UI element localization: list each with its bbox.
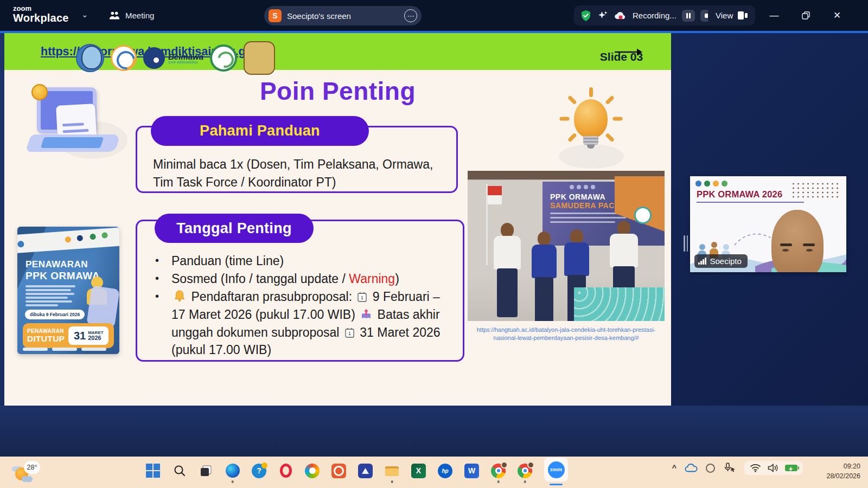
warning-text: Warning: [349, 272, 395, 286]
logo-text-zoom: zoom: [13, 5, 69, 12]
cloud-icon: [22, 476, 33, 482]
simbelmawa-logo: [111, 45, 137, 71]
search-button[interactable]: [172, 464, 187, 478]
cloud-recording-icon: [614, 11, 627, 21]
close-button[interactable]: ✕: [821, 0, 853, 31]
zoom-glyph: zoom: [550, 467, 562, 472]
poster-footer-links: [23, 348, 106, 351]
workspace-chevron-down-icon[interactable]: ⌄: [81, 10, 88, 20]
lightbulb-illustration: [553, 87, 629, 171]
view-label: View: [716, 11, 733, 20]
taskbar-app-icons: ? X hp W zoom: [145, 460, 568, 481]
screen-tab-more-icon[interactable]: ⋯: [404, 9, 417, 22]
copilot-icon[interactable]: [305, 464, 320, 478]
video-panel-drag-handle[interactable]: [684, 235, 689, 252]
bullet-sosmed: Sosmed (Info / tanggal update / Warning): [171, 270, 457, 288]
bullet-panduan: Panduan (time Line): [171, 252, 457, 270]
list-item: • Panduan (time Line): [155, 252, 457, 270]
speaker-video-tile[interactable]: PPK ORMAWA 2026 Soecipto: [690, 176, 846, 272]
edge-icon[interactable]: [225, 464, 240, 478]
person-blue-suit-left: [532, 232, 557, 321]
word-icon[interactable]: W: [464, 464, 479, 478]
participant-name: Soecipto: [710, 256, 742, 266]
tab-shared-screen-label: Soecipto's screen: [287, 11, 399, 21]
speaker-face: [771, 210, 824, 272]
hp-app-icon[interactable]: hp: [438, 464, 452, 478]
tanggal-penting-list: • Panduan (time Line) • Sosmed (Info / t…: [155, 252, 457, 359]
tab-meeting-label: Meeting: [125, 11, 154, 20]
restore-button[interactable]: [790, 0, 821, 31]
calendar-icon: 1: [345, 328, 354, 338]
bullet-pendaftaran: Pendaftaran prasubproposal: 1 9 Februari…: [171, 288, 457, 359]
upload-book-icon: [361, 309, 372, 320]
wifi-icon: [750, 464, 761, 472]
volume-icon: [768, 464, 778, 472]
system-tray: ^: [672, 461, 803, 475]
belmawa-wordmark: Belmawa: [168, 53, 203, 61]
pendaftaran-text-1: Pendaftaran prasubproposal:: [191, 290, 352, 304]
weather-widget[interactable]: 28°: [11, 460, 49, 485]
zoom-toolbar: Audio Video 55: [0, 406, 868, 457]
poster-close-date: 31 MARET 2026: [68, 326, 108, 345]
taskbar-clock[interactable]: 09:20 28/02/2026: [826, 461, 860, 481]
blue-app-icon[interactable]: [358, 464, 373, 478]
list-item: • Sosmed (Info / tanggal update / Warnin…: [155, 270, 457, 288]
tab-meeting[interactable]: Meeting: [108, 0, 154, 31]
ppk-ormawa-poster: PENAWARAN PPK ORMAWA dibuka 9 Februari 2…: [17, 227, 119, 354]
poster-close-year: 2026: [88, 335, 103, 341]
pause-recording-button[interactable]: [682, 10, 695, 22]
search-icon: [173, 464, 186, 477]
event-photo: PPK ORMAWA SAMUDERA PACITAN: [468, 171, 665, 321]
security-shield-icon[interactable]: [580, 10, 591, 22]
photo-caption-link: https://hangtuah.ac.id/batalyon-jala-cen…: [468, 326, 665, 342]
chrome-profile-2-icon[interactable]: [518, 464, 532, 478]
clock-date: 28/02/2026: [826, 471, 860, 481]
table-cloth: [574, 287, 665, 321]
help-app-icon[interactable]: ?: [252, 464, 266, 478]
minimize-button[interactable]: —: [758, 0, 790, 31]
dots-pattern: [791, 182, 841, 199]
meeting-people-icon: [108, 11, 120, 21]
file-explorer-icon[interactable]: [385, 464, 399, 478]
shared-slide: Belmawa SIAP BERSINERGI Slide 03 Poin Pe…: [4, 33, 671, 406]
start-button[interactable]: [145, 464, 160, 478]
zoom-workplace-logo: zoom Workplace: [13, 5, 69, 24]
tray-chevron-up-icon[interactable]: ^: [672, 464, 676, 472]
tanggal-penting-heading: Tanggal Penting: [155, 214, 314, 243]
zoom-title-bar: zoom Workplace ⌄ Meeting S Soecipto's sc…: [0, 0, 868, 31]
person-white-shirt-left: [494, 223, 521, 320]
opera-icon[interactable]: [278, 464, 293, 478]
next-arrow-icon: [614, 47, 643, 57]
ai-sparkle-icon[interactable]: [597, 10, 609, 22]
poster-title-1: PENAWARAN: [25, 259, 88, 270]
orange-app-icon[interactable]: [331, 464, 346, 478]
svg-text:1: 1: [361, 295, 363, 300]
tab-shared-screen[interactable]: S Soecipto's screen ⋯: [264, 6, 422, 25]
list-item: • Pendaftaran prasubproposal: 1 9 Februa…: [155, 288, 457, 359]
tray-ring-icon[interactable]: [706, 464, 715, 473]
onedrive-icon[interactable]: [685, 464, 698, 473]
zoom-app-icon[interactable]: zoom: [544, 458, 568, 481]
bullet-sosmed-text: Sosmed (Info / tanggal update /: [171, 272, 349, 286]
excel-glyph: X: [416, 466, 421, 475]
network-volume-battery-group[interactable]: [744, 461, 803, 475]
microphone-access-icon[interactable]: [723, 463, 736, 473]
logo-text-workplace: Workplace: [13, 12, 69, 24]
chrome-profile-1-icon[interactable]: [491, 464, 506, 478]
video-slide-title: PPK ORMAWA 2026: [697, 189, 782, 200]
poster-closed-label-2: DITUTUP: [27, 334, 65, 344]
recording-cluster: Recording...: [574, 5, 720, 25]
excel-icon[interactable]: X: [411, 464, 426, 478]
coin-icon: [31, 84, 48, 100]
task-view-button[interactable]: [199, 464, 213, 478]
poster-closed-label-1: PENAWARAN: [27, 328, 65, 334]
view-layout-icon: [738, 11, 748, 20]
belmawa-logo: Belmawa SIAP BERSINERGI: [143, 47, 203, 69]
view-button[interactable]: View: [708, 5, 755, 25]
poster-closing-box: PENAWARAN DITUTUP 31 MARET 2026: [23, 323, 114, 348]
recording-status-label: Recording...: [633, 11, 676, 20]
screen: zoom Workplace ⌄ Meeting S Soecipto's sc…: [0, 0, 868, 488]
task-view-icon: [199, 464, 213, 478]
battery-charging-icon: [785, 465, 797, 471]
screen-share-initial-badge: S: [269, 9, 282, 22]
